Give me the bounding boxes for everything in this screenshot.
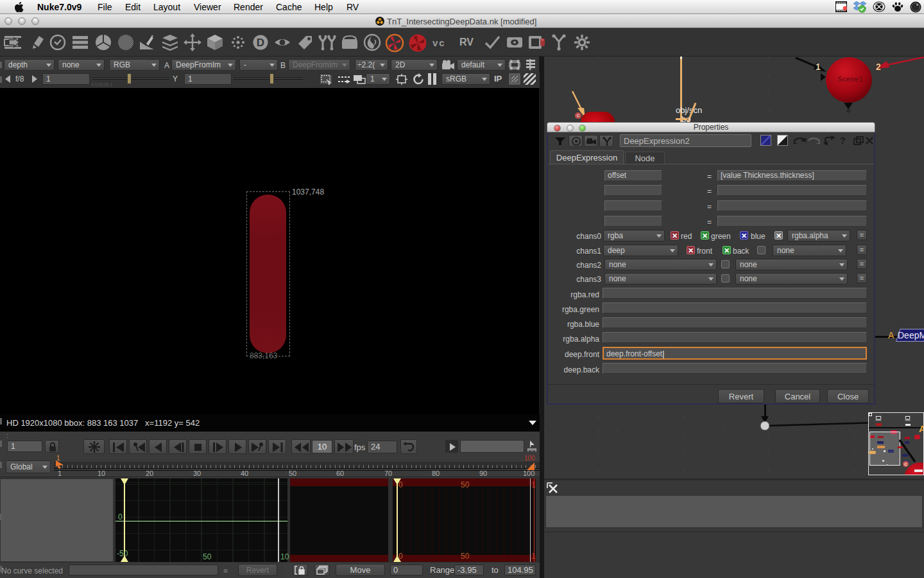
- svg-text:D: D: [257, 37, 264, 49]
